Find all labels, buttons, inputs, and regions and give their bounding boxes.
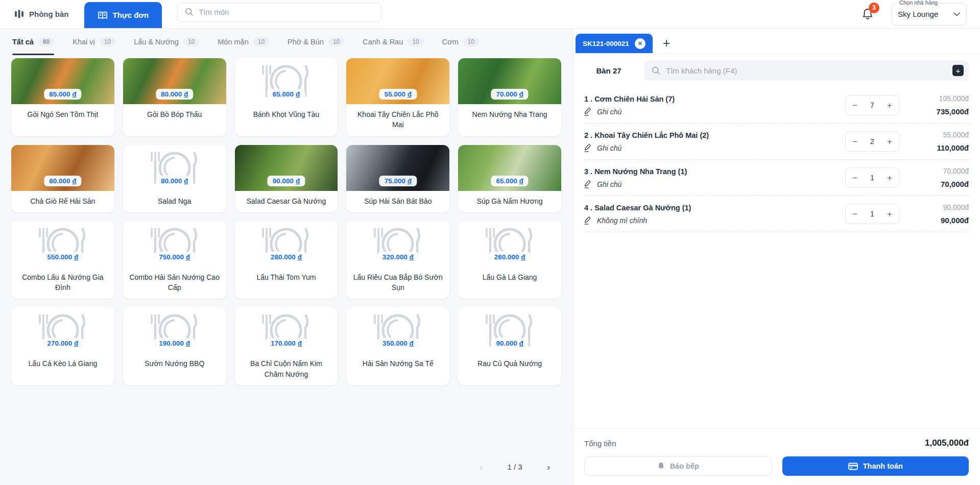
chevron-down-icon (953, 12, 960, 16)
menu-item-card[interactable]: 260.000 đ Lẩu Gà Lá Giang (458, 221, 561, 299)
menu-item-card[interactable]: 55.000 đ Khoai Tây Chiên Lắc Phô Mai (346, 58, 449, 136)
quantity-stepper: − 1 + (845, 204, 899, 224)
category-tab[interactable]: Khai vị 10 (73, 29, 115, 55)
price-badge: 75.000 đ (379, 176, 417, 186)
category-tab[interactable]: Cơm 10 (442, 29, 479, 55)
order-footer: Tổng tiền 1,005,000đ Báo bếp Thanh toán (573, 428, 980, 485)
menu-item-card[interactable]: 65.000 đ Súp Gà Nấm Hương (458, 145, 561, 212)
category-label: Khai vị (73, 38, 95, 46)
qty-minus-button[interactable]: − (852, 210, 857, 219)
category-count-badge: 60 (38, 37, 54, 46)
line-total: 110,000đ (907, 143, 969, 152)
menu-item-card[interactable]: 80.000 đ Salad Nga (123, 145, 226, 212)
order-item-note[interactable]: Ghi chú (584, 108, 837, 116)
category-tab[interactable]: Lẩu & Nướng 10 (134, 29, 199, 55)
order-item-row: 1 . Cơm Chiên Hải Sản (7) Ghi chú − 7 + (584, 87, 969, 124)
tab-rooms[interactable]: Phòng bàn (14, 0, 69, 28)
order-tab-bar: SK121-000021 ✕ + (573, 29, 980, 54)
tab-menu[interactable]: Thực đơn (84, 2, 162, 28)
item-name: Nem Nướng Nha Trang (458, 104, 561, 136)
category-tabs: Tất cả 60 Khai vị 10 Lẩu & Nướng 10 Món … (0, 29, 572, 55)
menu-item-card[interactable]: 70.000 đ Nem Nướng Nha Trang (458, 58, 561, 136)
order-item-note[interactable]: Không mì chính (584, 216, 837, 225)
item-photo: 65.000 đ (235, 58, 338, 104)
pagination: ‹ 1 / 3 › (0, 462, 572, 485)
item-photo: 270.000 đ (11, 307, 114, 353)
category-tab[interactable]: Canh & Rau 10 (363, 29, 423, 55)
price-badge: 320.000 đ (377, 252, 419, 262)
notify-kitchen-button[interactable]: Báo bếp (584, 456, 772, 476)
item-photo: 90.000 đ (235, 145, 338, 191)
price-badge: 65.000 đ (491, 176, 528, 186)
menu-item-card[interactable]: 80.000 đ Chả Giò Rế Hải Sản (11, 145, 114, 212)
menu-item-card[interactable]: 90.000 đ Salad Caesar Gà Nướng (235, 145, 338, 212)
price-badge: 90.000 đ (268, 176, 305, 186)
category-label: Món mặn (218, 38, 248, 46)
menu-item-card[interactable]: 190.000 đ Sườn Nướng BBQ (123, 307, 226, 385)
unit-price: 70,000đ (907, 167, 969, 175)
qty-plus-button[interactable]: + (887, 137, 892, 146)
quantity-stepper: − 2 + (845, 131, 899, 152)
price-badge: 90.000 đ (491, 338, 528, 349)
notifications-button[interactable]: 3 (862, 8, 874, 21)
menu-item-card[interactable]: 350.000 đ Hải Sản Nướng Sa Tế (346, 307, 449, 385)
qty-minus-button[interactable]: − (852, 174, 857, 182)
menu-search-input[interactable] (199, 8, 374, 16)
qty-plus-button[interactable]: + (887, 210, 892, 219)
table-label: Bàn 27 (573, 66, 644, 75)
item-photo: 320.000 đ (346, 221, 449, 267)
order-item-name: 1 . Cơm Chiên Hải Sản (7) (584, 95, 837, 103)
item-name: Combo Hải Sản Nướng Cao Cấp (123, 267, 226, 299)
menu-item-card[interactable]: 170.000 đ Ba Chỉ Cuộn Nấm Kim Châm Nướng (235, 307, 338, 385)
qty-minus-button[interactable]: − (852, 101, 857, 110)
price-badge: 350.000 đ (377, 338, 419, 349)
item-photo: 70.000 đ (458, 58, 561, 104)
order-item-list: 1 . Cơm Chiên Hải Sản (7) Ghi chú − 7 + (573, 87, 980, 428)
customer-search[interactable]: + (644, 60, 969, 81)
close-order-tab-icon[interactable]: ✕ (635, 38, 646, 49)
qty-value: 2 (870, 137, 874, 146)
pay-label: Thanh toán (863, 462, 903, 470)
qty-value: 1 (870, 210, 874, 218)
order-item-note[interactable]: Ghi chú (584, 180, 837, 188)
add-customer-button[interactable]: + (952, 65, 964, 76)
item-name: Combo Lẩu & Nướng Gia Đình (11, 267, 114, 299)
page-next-button[interactable]: › (547, 462, 550, 472)
menu-item-card[interactable]: 75.000 đ Súp Hải Sản Bát Bảo (346, 145, 449, 212)
qty-plus-button[interactable]: + (887, 174, 892, 182)
price-badge: 260.000 đ (489, 252, 531, 262)
payment-card-icon (848, 463, 858, 470)
menu-item-card[interactable]: 80.000 đ Gỏi Bò Bóp Thấu (123, 58, 226, 136)
page-prev-button[interactable]: ‹ (480, 462, 483, 472)
menu-search[interactable] (177, 3, 381, 22)
item-name: Hải Sản Nướng Sa Tế (346, 353, 449, 385)
restaurant-select[interactable]: Chọn nhà hàng Sky Lounge (891, 3, 967, 26)
new-order-tab-button[interactable]: + (663, 36, 671, 53)
order-item-note[interactable]: Ghi chú (584, 144, 837, 152)
menu-item-card[interactable]: 750.000 đ Combo Hải Sản Nướng Cao Cấp (123, 221, 226, 299)
category-tab[interactable]: Tất cả 60 (12, 29, 54, 55)
tab-menu-label: Thực đơn (113, 11, 149, 19)
item-photo: 260.000 đ (458, 221, 561, 267)
customer-search-input[interactable] (666, 66, 947, 75)
menu-item-card[interactable]: 85.000 đ Gỏi Ngó Sen Tôm Thịt (11, 58, 114, 136)
menu-item-card[interactable]: 270.000 đ Lẩu Cá Kèo Lá Giang (11, 307, 114, 385)
qty-plus-button[interactable]: + (887, 101, 892, 110)
category-tab[interactable]: Phở & Bún 10 (288, 29, 344, 55)
price-badge: 280.000 đ (266, 252, 307, 262)
line-total: 735,000đ (907, 107, 969, 116)
menu-item-card[interactable]: 280.000 đ Lẩu Thái Tom Yum (235, 221, 338, 299)
qty-minus-button[interactable]: − (852, 137, 857, 146)
item-photo: 80.000 đ (123, 58, 226, 104)
menu-item-card[interactable]: 320.000 đ Lẩu Riêu Cua Bắp Bò Sườn Sụn (346, 221, 449, 299)
order-item-note-text: Ghi chú (597, 144, 622, 152)
item-name: Súp Gà Nấm Hương (458, 191, 561, 212)
menu-item-card[interactable]: 90.000 đ Rau Củ Quả Nướng (458, 307, 561, 385)
order-tab[interactable]: SK121-000021 ✕ (576, 34, 653, 53)
category-tab[interactable]: Món mặn 10 (218, 29, 269, 55)
item-name: Gỏi Ngó Sen Tôm Thịt (11, 104, 114, 136)
pay-button[interactable]: Thanh toán (782, 456, 969, 476)
menu-item-card[interactable]: 65.000 đ Bánh Khọt Vũng Tàu (235, 58, 338, 136)
price-badge: 70.000 đ (491, 89, 528, 100)
menu-item-card[interactable]: 550.000 đ Combo Lẩu & Nướng Gia Đình (11, 221, 114, 299)
